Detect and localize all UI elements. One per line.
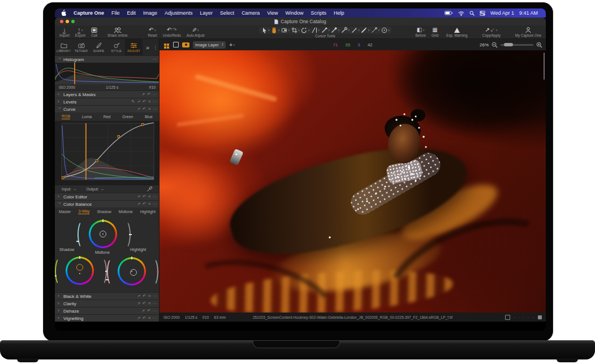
crop-tool[interactable]: ∨ (291, 27, 300, 34)
cb-tab-shadow[interactable]: Shadow (97, 210, 111, 214)
more-icon[interactable]: ⋯ (153, 107, 157, 111)
cb-tab-midtone[interactable]: Midtone (119, 210, 133, 214)
frame-outline-icon[interactable] (505, 315, 510, 320)
menu-date[interactable]: Wed Apr 1 (490, 10, 514, 16)
reset-icon[interactable]: ↶ (143, 107, 146, 111)
panel-header-color-balance[interactable]: › Color Balance ↗↶≡⋯ (55, 200, 159, 207)
tab-adjust[interactable]: ADJUST (125, 39, 143, 55)
grid-button[interactable]: ▦ Grid (432, 27, 438, 38)
menu-item-layer[interactable]: Layer (200, 10, 213, 16)
collapse-icon[interactable]: › (57, 202, 62, 206)
copy-adjustments-icon[interactable]: ↗ (141, 309, 145, 313)
more-icon[interactable]: ⋯ (153, 57, 157, 62)
copy-adjustments-icon[interactable]: ↗ (137, 202, 140, 206)
copy-adjustments-icon[interactable]: ↗ (137, 301, 140, 306)
presets-icon[interactable]: ≡ (148, 301, 150, 306)
gradient-mask-tool[interactable]: ∨ (360, 27, 370, 34)
shadow-wheel[interactable] (66, 257, 94, 285)
magic-brush-tool[interactable]: ∨ (370, 27, 380, 34)
copy-adjustments-icon[interactable]: ↗ (137, 316, 140, 320)
hand-tool[interactable]: ∨ (270, 27, 280, 34)
erase-mask-tool[interactable]: ∨ (340, 27, 350, 34)
expand-icon[interactable]: › (58, 99, 61, 104)
reset-icon[interactable]: ↶ (143, 194, 146, 199)
menu-item-view[interactable]: View (267, 10, 278, 16)
reset-icon[interactable]: ↶ (143, 294, 146, 298)
menu-item-edit[interactable]: Edit (127, 10, 136, 16)
curve-tab-red[interactable]: Red (104, 115, 111, 119)
menu-item-app[interactable]: Capture One (74, 10, 104, 16)
expand-icon[interactable]: › (58, 92, 61, 97)
highlight-wheel[interactable] (118, 257, 146, 285)
copy-adjustments-icon[interactable]: ↗ (137, 294, 140, 298)
expand-icon[interactable]: › (58, 316, 61, 320)
reset-icon[interactable]: ↶ (143, 301, 146, 306)
panel-header-levels[interactable]: › Levels ✎↗↶≡⋯ (55, 98, 159, 105)
panel-header-curve[interactable]: › Curve ↗↶≡⋯ (55, 105, 159, 112)
curve-editor[interactable] (55, 121, 159, 185)
eyedropper-icon[interactable] (146, 186, 153, 192)
expand-icon[interactable]: › (58, 301, 61, 306)
tab-shape[interactable]: SHAPE (90, 39, 107, 55)
copy-adjustments-icon[interactable]: ↗ (141, 92, 145, 97)
loupe-tool[interactable]: ∨ (281, 27, 290, 34)
curve-tab-green[interactable]: Green (122, 115, 133, 119)
export-button[interactable]: ↑∨ Export (75, 27, 85, 38)
rotate-tool[interactable]: ∨ (300, 27, 310, 34)
more-icon[interactable]: ⋯ (153, 92, 157, 97)
menu-item-file[interactable]: File (111, 10, 120, 16)
collapse-icon[interactable]: › (57, 58, 62, 61)
presets-icon[interactable]: ≡ (148, 294, 150, 298)
zoom-slider-thumb[interactable] (504, 43, 513, 46)
presets-icon[interactable]: ≡ (148, 316, 150, 320)
menu-item-window[interactable]: Window (286, 10, 304, 16)
copy-adjustments-icon[interactable]: ↗ (137, 99, 140, 104)
panel-header-clarity[interactable]: › Clarity ↗↶≡⋯ (55, 300, 159, 307)
panel-header-vignetting[interactable]: › Vignetting ↗↶≡⋯ (55, 314, 159, 322)
cb-tab-master[interactable]: Master (59, 210, 71, 214)
battery-icon[interactable] (445, 11, 453, 15)
more-icon[interactable]: ⋯ (153, 99, 157, 104)
reset-icon[interactable]: ↶ (147, 92, 150, 97)
expand-icon[interactable]: › (58, 194, 61, 199)
zoom-slider[interactable] (501, 44, 533, 46)
presets-icon[interactable]: ≡ (148, 202, 150, 206)
shadow-lightness-slider[interactable] (97, 257, 107, 285)
midtone-lightness-slider[interactable] (120, 220, 131, 249)
reset-button[interactable]: ↶∨ Reset (148, 27, 157, 38)
cb-tab-3way[interactable]: 3-Way (78, 209, 89, 214)
tab-overflow-icon[interactable]: ⋮ (153, 45, 158, 50)
spot-removal-tool[interactable]: ∨ (381, 27, 390, 34)
photo-canvas[interactable] (159, 50, 546, 313)
cull-button[interactable]: Cull (91, 27, 97, 38)
collapse-icon[interactable]: › (57, 107, 62, 111)
exposure-warning-button[interactable]: Exp. Warning (446, 27, 468, 38)
cb-tab-highlight[interactable]: Highlight (140, 210, 156, 214)
viewer-scrollbar[interactable] (544, 53, 545, 80)
more-icon[interactable]: ⋯ (153, 194, 157, 199)
shadow-saturation-slider[interactable] (55, 257, 65, 285)
menu-item-help[interactable]: Help (334, 10, 344, 16)
midtone-wheel[interactable] (89, 220, 117, 248)
wifi-icon[interactable] (458, 11, 464, 16)
my-capture-one-button[interactable]: My Capture One (515, 27, 541, 38)
curve-tab-luma[interactable]: Luma (82, 115, 92, 119)
tab-style[interactable]: STYLE (107, 39, 125, 55)
expand-icon[interactable]: › (58, 294, 61, 298)
copy-adjustments-icon[interactable]: ↗ (137, 194, 140, 199)
highlight-lightness-slider[interactable] (148, 258, 158, 286)
presets-icon[interactable]: ≡ (148, 194, 150, 199)
midtone-saturation-slider[interactable] (77, 220, 88, 249)
import-button[interactable]: ↓ Import (59, 27, 70, 38)
share-online-button[interactable]: Share online (107, 27, 127, 38)
more-icon[interactable]: ⋯ (153, 202, 157, 206)
reset-icon[interactable]: ↶ (147, 309, 150, 313)
more-icon[interactable]: ⋯ (153, 294, 157, 298)
panel-header-histogram[interactable]: › Histogram ⋯ (55, 55, 159, 63)
expand-tabs-icon[interactable]: » (146, 44, 149, 51)
straighten-tool[interactable]: ∨ (311, 27, 320, 34)
menu-item-camera[interactable]: Camera (242, 10, 260, 16)
undo-redo-button[interactable]: ↶↷ Undo/Redo (163, 27, 181, 38)
filmstrip-toggle-icon[interactable] (538, 315, 542, 319)
presets-icon[interactable]: ≡ (148, 99, 150, 104)
